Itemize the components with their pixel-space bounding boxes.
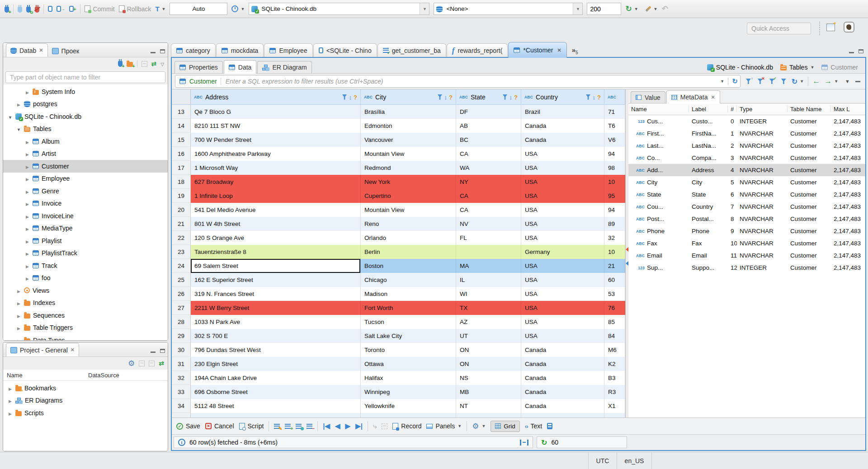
cell-state[interactable]: WA [456,161,521,175]
cell-postal[interactable]: 10 [604,245,625,259]
filter-sort-icon[interactable]: ↑ [745,79,752,84]
breadcrumb-connection[interactable]: SQLite - Chinook.db [707,64,773,71]
metadata-cell-name[interactable]: ABCCou... [628,201,689,213]
cell-country[interactable]: Canada [521,357,604,371]
cell-state[interactable]: NV [456,217,521,231]
cell-postal[interactable]: 10 [604,175,625,189]
link-with-editor-icon[interactable] [151,60,157,67]
cell-postal[interactable]: 32 [604,231,625,245]
row-number[interactable]: 25 [172,273,191,287]
cell-address[interactable]: 5112 48 Street [191,399,361,413]
cell-state[interactable]: CA [456,147,521,161]
row-number[interactable]: 34 [172,399,191,413]
tree-item-sequences[interactable]: Sequences [3,309,168,322]
tree-arrow-icon[interactable] [25,225,30,232]
metadata-row[interactable]: 123Sup...Suppo...12INTEGERCustomer2,147,… [628,262,865,274]
metadata-cell-num[interactable]: 5 [728,176,737,188]
metadata-row[interactable]: ABCLast...LastNa...2NVARCHARCustomer2,14… [628,140,865,152]
cell-country[interactable]: USA [521,189,604,203]
cell-address[interactable]: 801 W 4th Street [191,217,361,231]
cell-country[interactable]: USA [521,175,604,189]
tree-arrow-icon[interactable] [25,237,30,244]
cell-address[interactable]: 2211 W Berry Street [191,301,361,315]
metadata-cell-type[interactable]: NVARCHAR [737,201,788,213]
calc-panel-icon[interactable] [547,423,552,429]
tree-item-postgres[interactable]: postgres [3,98,168,111]
cell-state[interactable]: NT [456,399,521,413]
metadata-cell-num[interactable]: 0 [728,115,737,127]
metadata-cell-label[interactable]: Country [689,201,728,213]
row-number[interactable]: 27 [172,301,191,315]
collapse-all-icon[interactable] [142,61,147,67]
tree-arrow-icon[interactable] [16,299,21,306]
metadata-cell-name[interactable]: ABCState [628,188,689,201]
metadata-row[interactable]: ABCCo...Compa...3NVARCHARCustomer2,147,4… [628,152,865,164]
metadata-cell-max[interactable]: 2,147,483 [831,249,865,262]
cell-address[interactable]: 541 Del Medio Avenue [191,203,361,217]
cell-state[interactable]: BC [456,133,521,147]
metadata-column-header[interactable]: Table Name [788,106,831,113]
cell-postal[interactable]: R3 [604,385,625,399]
goto-row-icon[interactable]: ⤷ [373,422,377,430]
breadcrumb-entity[interactable]: Customer [821,64,858,71]
cell-country[interactable]: Brazil [521,105,604,119]
auto-refresh-cell[interactable]: 60 [537,436,627,448]
cell-postal[interactable]: B3 [604,371,625,385]
metadata-cell-max[interactable]: 2,147,483 [831,188,865,201]
metadata-cell-table[interactable]: Customer [788,176,831,188]
cell-city[interactable]: Boston [361,259,456,273]
cell-city[interactable]: Reno [361,217,456,231]
close-icon[interactable]: ✕ [557,47,561,53]
tab-database-navigator[interactable]: Datab ✕ [6,43,48,57]
metadata-cell-num[interactable]: 2 [728,140,737,152]
cell-postal[interactable]: 21 [604,259,625,273]
metadata-cell-max[interactable]: 2,147,483 [831,213,865,225]
maximize-icon[interactable] [859,49,863,53]
metadata-cell-label[interactable]: City [689,176,728,188]
metadata-cell-type[interactable]: NVARCHAR [737,127,788,140]
cell-postal[interactable]: X1 [604,399,625,413]
cell-postal[interactable] [604,413,625,417]
breadcrumb-tables[interactable]: Tables ▼ [780,64,814,71]
metadata-cell-table[interactable]: Customer [788,127,831,140]
cell-state[interactable]: CA [456,189,521,203]
generate-sql-button[interactable]: ▼ [645,7,658,11]
cell-city[interactable]: Edmonton [361,119,456,133]
sort-icon[interactable] [509,94,513,101]
transaction-mode-button[interactable]: T▼ [155,5,165,13]
cell-state[interactable]: IL [456,273,521,287]
cell-state[interactable]: MA [456,259,521,273]
cell-address[interactable]: 302 S 700 E [191,329,361,343]
settings-button[interactable]: ▼ [472,422,486,431]
nav-forward-button[interactable]: ▼ [824,77,838,86]
commit-button[interactable]: Commit [85,5,114,13]
cell-address[interactable]: 1 Infinite Loop [191,189,361,203]
metadata-cell-max[interactable]: 2,147,483 [831,115,865,127]
delete-row-icon[interactable]: − [307,424,312,429]
metadata-cell-type[interactable]: NVARCHAR [737,152,788,164]
tree-arrow-icon[interactable] [25,212,30,220]
row-number[interactable]: 16 [172,147,191,161]
cell-country[interactable]: Canada [521,119,604,133]
new-connection-icon[interactable]: + [118,61,123,67]
row-number[interactable]: 14 [172,119,191,133]
tree-arrow-icon[interactable] [16,337,21,340]
metadata-cell-type[interactable]: NVARCHAR [737,164,788,176]
cell-city[interactable]: Toronto [361,343,456,357]
tab-project-general[interactable]: Project - General ✕ [6,343,79,356]
cell-city[interactable]: Brasília [361,105,456,119]
tree-arrow-icon[interactable] [8,409,13,417]
cell-country[interactable]: Canada [521,133,604,147]
metadata-cell-label[interactable]: Compa... [689,152,728,164]
metadata-cell-table[interactable]: Customer [788,164,831,176]
tree-arrow-icon[interactable] [25,138,30,145]
editor-tab[interactable]: Employee [264,43,312,57]
new-connection-button[interactable]: + [5,5,9,13]
metadata-cell-type[interactable]: NVARCHAR [737,176,788,188]
cell-country[interactable]: USA [521,231,604,245]
tree-item-mediatype[interactable]: MediaType [3,222,168,235]
cell-postal[interactable]: K2 [604,357,625,371]
row-number[interactable]: 23 [172,245,191,259]
panel-minimize-icon[interactable] [855,81,860,82]
metadata-cell-table[interactable]: Customer [788,262,831,274]
